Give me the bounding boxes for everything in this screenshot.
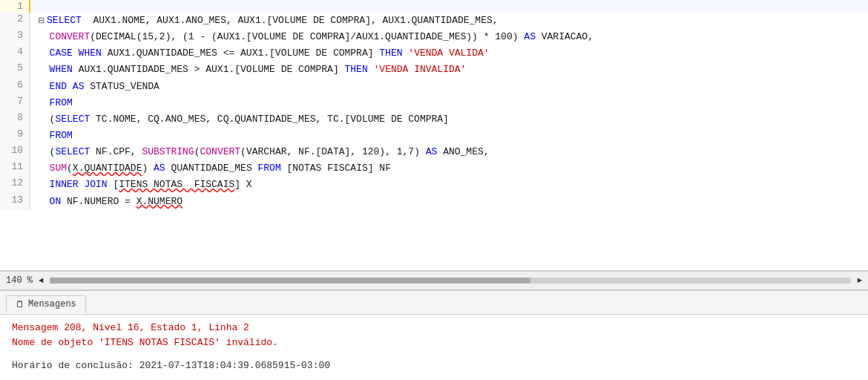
code-content: (SELECT NF.CPF, SUBSTRING(CONVERT(VARCHA… — [30, 144, 868, 160]
keyword: SELECT — [55, 114, 90, 125]
code-content: CASE WHEN AUX1.QUANTIDADE_MES <= AUX1.[V… — [30, 45, 868, 62]
code-content: CONVERT(DECIMAL(15,2), (1 - (AUX1.[VOLUM… — [30, 29, 868, 45]
identifier: AUX1.NOME, AUX1.ANO_MES, AUX1.[VOLUME DE… — [82, 15, 499, 26]
table-row: 8 (SELECT TC.NOME, CQ.ANO_MES, CQ.QUANTI… — [0, 111, 868, 128]
code-content: (SELECT TC.NOME, CQ.ANO_MES, CQ.QUANTIDA… — [30, 111, 868, 128]
identifier — [368, 64, 374, 75]
messages-content: Mensagem 208, Nível 16, Estado 1, Linha … — [0, 315, 868, 380]
keyword: FROM — [258, 163, 281, 174]
keyword: AS — [426, 146, 438, 157]
code-content: FROM — [30, 95, 868, 111]
table-row: 1 — [0, 0, 868, 13]
identifier: NF.NUMERO = — [61, 196, 136, 207]
identifier: NF.CPF, — [90, 146, 142, 157]
code-content: SUM(X.QUANTIDADE) AS QUANTIDADE_MES FROM… — [30, 160, 868, 177]
keyword: THEN — [345, 64, 368, 75]
code-content: END AS STATUS_VENDA — [30, 79, 868, 95]
keyword: FROM — [50, 97, 73, 108]
table-row: 11 SUM(X.QUANTIDADE) AS QUANTIDADE_MES F… — [0, 160, 868, 177]
keyword: WHEN — [50, 64, 73, 75]
identifier: VARIACAO, — [536, 31, 594, 42]
table-row: 7 FROM — [0, 95, 868, 111]
line-number: 7 — [0, 95, 30, 111]
table-row: 12 INNER JOIN [ITENS NOTAS FISCAIS] X — [0, 177, 868, 193]
identifier — [67, 81, 73, 92]
identifier: [ — [108, 179, 119, 190]
keyword: AS — [154, 163, 165, 174]
keyword: SELECT — [47, 15, 82, 26]
line-number: 12 — [0, 177, 30, 193]
messages-tab-icon: 🗒 — [16, 299, 24, 310]
code-table: 12⊟ SELECT AUX1.NOME, AUX1.ANO_MES, AUX1… — [0, 0, 868, 210]
keyword: INNER JOIN — [50, 179, 108, 190]
identifier: AUX1.QUANTIDADE_MES > AUX1.[VOLUME DE CO… — [73, 64, 345, 75]
messages-tab-label: Mensagens — [28, 299, 76, 309]
editor-container: 12⊟ SELECT AUX1.NOME, AUX1.ANO_MES, AUX1… — [0, 0, 868, 380]
keyword: AS — [73, 81, 85, 92]
string-literal: 'VENDA INVALIDA' — [374, 64, 467, 75]
identifier: AUX1.QUANTIDADE_MES <= AUX1.[VOLUME DE C… — [102, 48, 379, 59]
identifier: (VARCHAR, NF.[DATA], 120), 1,7) — [240, 146, 426, 157]
code-editor[interactable]: 12⊟ SELECT AUX1.NOME, AUX1.ANO_MES, AUX1… — [0, 0, 868, 271]
line-number: 1 — [0, 0, 30, 13]
identifier: ANO_MES, — [437, 146, 489, 157]
line-number: 8 — [0, 111, 30, 128]
code-content: INNER JOIN [ITENS NOTAS FISCAIS] X — [30, 177, 868, 193]
table-row: 9 FROM — [0, 128, 868, 144]
error-squiggle: X.NUMERO — [137, 196, 183, 207]
line-number: 2 — [0, 13, 30, 29]
line-number: 4 — [0, 45, 30, 62]
line-number: 3 — [0, 29, 30, 45]
message-line-1: Mensagem 208, Nível 16, Estado 1, Linha … — [12, 321, 856, 336]
collapse-icon[interactable]: ⊟ — [38, 16, 47, 24]
code-content: FROM — [30, 128, 868, 144]
identifier: QUANTIDADE_MES — [165, 163, 258, 174]
message-spacer — [12, 351, 856, 358]
code-content: ⊟ SELECT AUX1.NOME, AUX1.ANO_MES, AUX1.[… — [30, 13, 868, 29]
table-row: 3 CONVERT(DECIMAL(15,2), (1 - (AUX1.[VOL… — [0, 29, 868, 45]
error-squiggle: X.QUANTIDADE — [73, 163, 142, 174]
identifier: TC.NOME, CQ.ANO_MES, CQ.QUANTIDADE_MES, … — [90, 114, 449, 125]
function-name: CONVERT — [200, 146, 240, 157]
scroll-right-icon[interactable]: ► — [857, 276, 862, 285]
message-timestamp: Horário de conclusão: 2021-07-13T18:04:3… — [12, 358, 856, 374]
identifier: ( — [67, 163, 73, 174]
keyword: CASE WHEN — [50, 48, 102, 59]
function-name: SUBSTRING — [142, 146, 194, 157]
function-name: CONVERT — [50, 31, 91, 42]
message-line-2: Nome de objeto 'ITENS NOTAS FISCAIS' inv… — [12, 335, 856, 351]
keyword: FROM — [50, 130, 73, 141]
line-number: 6 — [0, 79, 30, 95]
keyword: THEN — [379, 48, 402, 59]
error-squiggle: ITENS NOTAS FISCAIS — [119, 179, 234, 190]
status-bar: 140 % ◄ ► — [0, 271, 868, 290]
identifier: ] X — [234, 179, 251, 190]
table-row: 13 ON NF.NUMERO = X.NUMERO — [0, 194, 868, 210]
keyword: SELECT — [55, 146, 90, 157]
zoom-level: 140 % — [6, 275, 33, 286]
code-content: ON NF.NUMERO = X.NUMERO — [30, 194, 868, 210]
string-literal: 'VENDA VALIDA' — [408, 48, 489, 59]
line-number: 11 — [0, 160, 30, 177]
table-row: 10 (SELECT NF.CPF, SUBSTRING(CONVERT(VAR… — [0, 144, 868, 160]
messages-panel: 🗒 Mensagens Mensagem 208, Nível 16, Esta… — [0, 290, 868, 380]
keyword: END — [50, 81, 67, 92]
table-row: 5 WHEN AUX1.QUANTIDADE_MES > AUX1.[VOLUM… — [0, 62, 868, 78]
identifier: STATUS_VENDA — [84, 81, 159, 92]
messages-tab[interactable]: 🗒 Mensagens — [6, 295, 86, 314]
line-number: 9 — [0, 128, 30, 144]
identifier: (DECIMAL(15,2), (1 - (AUX1.[VOLUME DE CO… — [90, 31, 524, 42]
table-row: 4 CASE WHEN AUX1.QUANTIDADE_MES <= AUX1.… — [0, 45, 868, 62]
line-number: 13 — [0, 194, 30, 210]
code-content: WHEN AUX1.QUANTIDADE_MES > AUX1.[VOLUME … — [30, 62, 868, 78]
line-number: 5 — [0, 62, 30, 78]
keyword: ON — [50, 196, 62, 207]
table-row: 2⊟ SELECT AUX1.NOME, AUX1.ANO_MES, AUX1.… — [0, 13, 868, 29]
line-number: 10 — [0, 144, 30, 160]
identifier: ) — [142, 163, 154, 174]
keyword: AS — [524, 31, 536, 42]
scroll-left-icon[interactable]: ◄ — [39, 276, 44, 285]
table-row: 6 END AS STATUS_VENDA — [0, 79, 868, 95]
function-name: SUM — [50, 163, 67, 174]
identifier: [NOTAS FISCAIS] NF — [281, 163, 391, 174]
